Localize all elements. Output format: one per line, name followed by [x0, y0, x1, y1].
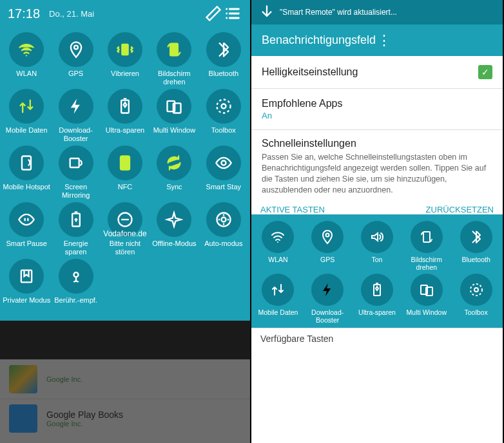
tile-battery-ultra[interactable]: Ultra-sparen	[353, 274, 402, 325]
notification-panel-settings: "Smart Remote" wird aktualisiert... Bena…	[251, 0, 503, 443]
data-icon[interactable]	[262, 274, 294, 306]
tile-label: Bluetooth	[209, 70, 238, 86]
clock: 17:18	[8, 6, 40, 21]
svg-rect-1	[122, 44, 128, 55]
rotate-icon[interactable]	[157, 32, 191, 67]
bg-app-row: Google Inc.	[0, 359, 250, 399]
tile-label: Sync	[166, 183, 182, 200]
tile-battery-ultra[interactable]: Ultra-sparen	[101, 89, 149, 143]
tile-mirror[interactable]: Screen Mirroring	[52, 146, 99, 200]
tile-sound[interactable]: Ton	[353, 221, 402, 272]
tile-bluetooth[interactable]: Bluetooth	[200, 32, 247, 86]
data-icon[interactable]	[9, 89, 44, 124]
sync-icon[interactable]	[157, 146, 191, 180]
tile-label: Ultra-sparen	[106, 126, 145, 143]
svg-point-11	[221, 161, 226, 165]
brightness-setting[interactable]: Helligkeitseinstellung ✓	[251, 56, 503, 89]
hotspot-icon[interactable]	[9, 146, 44, 180]
tile-nfc[interactable]: NFC	[101, 146, 149, 200]
toolbox-icon[interactable]	[206, 89, 241, 124]
tile-toolbox[interactable]: Toolbox	[452, 274, 500, 325]
tile-label: Ultra-sparen	[358, 308, 396, 325]
tile-rotate[interactable]: Bildschirm drehen	[150, 32, 198, 86]
tile-label: Toolbox	[464, 308, 487, 325]
rotate-icon[interactable]	[411, 221, 443, 253]
tile-wifi[interactable]: WLAN	[3, 32, 50, 86]
tile-label: Toolbox	[211, 126, 236, 143]
tile-label: Mobile Daten	[6, 126, 48, 143]
wifi-icon[interactable]	[9, 32, 44, 67]
tile-private[interactable]: Privater Modus	[3, 259, 50, 313]
tile-label: WLAN	[268, 256, 287, 272]
battery-ultra-icon[interactable]	[108, 89, 142, 124]
svg-point-7	[221, 104, 226, 109]
page-title: Benachrichtigungsfeld	[262, 33, 377, 47]
background-apps: Google Inc. Google Play BooksGoogle Inc.	[0, 359, 250, 443]
tile-data[interactable]: Mobile Daten	[254, 274, 302, 325]
tile-label: Bildschirm drehen	[402, 256, 451, 272]
tile-label: NFC	[118, 183, 133, 200]
svg-point-24	[474, 288, 478, 292]
multiwindow-icon[interactable]	[157, 89, 191, 124]
location-icon[interactable]	[311, 221, 344, 253]
tile-multiwindow[interactable]: Multi Window	[402, 274, 451, 325]
sound-icon[interactable]	[361, 221, 393, 253]
status-bar: 17:18 Do., 21. Mai	[0, 0, 250, 27]
location-icon[interactable]	[59, 32, 93, 67]
tile-hotspot[interactable]: Mobile Hotspot	[3, 146, 50, 200]
tile-vibrate[interactable]: Vibrieren	[101, 32, 149, 86]
tile-label: Bitte nicht stören	[101, 240, 149, 256]
recommended-apps-setting[interactable]: Empfohlene Apps An	[251, 89, 503, 130]
tile-rotate[interactable]: Bildschirm drehen	[402, 221, 451, 272]
svg-rect-9	[70, 158, 79, 167]
list-icon[interactable]	[223, 4, 242, 23]
edit-icon[interactable]	[204, 4, 223, 23]
tile-location[interactable]: GPS	[52, 32, 99, 86]
nfc-icon[interactable]	[108, 146, 142, 180]
bolt-icon[interactable]	[311, 274, 344, 306]
svg-rect-19	[423, 232, 430, 242]
tile-eye[interactable]: Smart Stay	[200, 146, 247, 200]
reset-button[interactable]: ZURÜCKSETZEN	[426, 205, 494, 214]
page-header: Benachrichtigungsfeld ⋮	[251, 24, 503, 56]
tile-label: Auto-modus	[204, 240, 242, 256]
quick-settings-panel: Google Inc. Google Play BooksGoogle Inc.…	[0, 0, 251, 443]
vibrate-icon[interactable]	[108, 32, 142, 67]
tile-toolbox[interactable]: Toolbox	[200, 89, 247, 143]
touch-icon[interactable]	[59, 259, 93, 294]
status-bar: "Smart Remote" wird aktualisiert...	[251, 0, 503, 24]
battery-ultra-icon[interactable]	[361, 274, 393, 306]
tile-sync[interactable]: Sync	[150, 146, 198, 200]
tile-touch[interactable]: Berühr.-empf.	[52, 259, 99, 313]
tile-label: Smart Stay	[206, 183, 241, 200]
toolbox-icon[interactable]	[460, 274, 492, 306]
private-icon[interactable]	[9, 259, 44, 294]
tile-data[interactable]: Mobile Daten	[3, 89, 50, 143]
tile-wifi[interactable]: WLAN	[254, 221, 302, 272]
tile-label: GPS	[320, 256, 334, 272]
svg-point-6	[217, 100, 230, 113]
wifi-icon[interactable]	[262, 221, 294, 253]
bluetooth-icon[interactable]	[460, 221, 492, 253]
overflow-menu-icon[interactable]: ⋮	[377, 36, 492, 45]
tile-bolt[interactable]: Download-Booster	[304, 274, 352, 325]
available-buttons-header: Verfügbare Tasten	[251, 328, 503, 349]
bluetooth-icon[interactable]	[206, 32, 241, 67]
tile-label: Bluetooth	[461, 256, 490, 272]
eye-icon[interactable]	[206, 146, 241, 180]
tile-label: Mobile Hotspot	[3, 183, 50, 200]
download-status: "Smart Remote" wird aktualisiert...	[280, 8, 397, 17]
bg-app-row: Google Play BooksGoogle Inc.	[0, 399, 250, 438]
tile-multiwindow[interactable]: Multi Window	[150, 89, 198, 143]
svg-point-18	[326, 233, 329, 236]
multiwindow-icon[interactable]	[411, 274, 443, 306]
tile-bluetooth[interactable]: Bluetooth	[452, 221, 500, 272]
bolt-icon[interactable]	[59, 89, 93, 124]
date: Do., 21. Mai	[49, 9, 204, 19]
quick-settings-section: Schnelleinstellungen Passen Sie an, welc…	[251, 130, 503, 201]
tile-location[interactable]: GPS	[304, 221, 352, 272]
mirror-icon[interactable]	[59, 146, 93, 180]
tile-bolt[interactable]: Download-Booster	[52, 89, 99, 143]
checkbox-checked-icon[interactable]: ✓	[478, 65, 492, 79]
active-buttons-tab[interactable]: AKTIVE TASTEN	[260, 205, 426, 214]
